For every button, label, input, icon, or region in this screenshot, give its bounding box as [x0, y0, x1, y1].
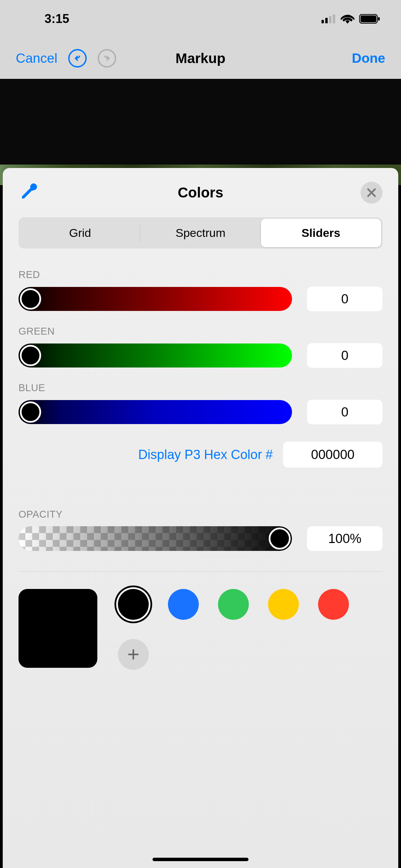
green-slider[interactable]	[19, 343, 292, 367]
home-indicator[interactable]	[153, 858, 248, 861]
blue-label: BLUE	[19, 382, 382, 394]
swatch-grid	[118, 589, 382, 670]
image-canvas[interactable]	[0, 79, 401, 165]
nav-bar: Cancel Markup Done	[0, 38, 401, 79]
red-slider-thumb[interactable]	[20, 288, 41, 310]
svg-rect-5	[361, 15, 376, 22]
close-icon	[367, 188, 376, 197]
red-slider-group: RED	[19, 269, 382, 311]
tab-sliders[interactable]: Sliders	[261, 219, 381, 247]
svg-rect-0	[321, 20, 324, 23]
panel-header: Colors	[19, 182, 382, 204]
tab-control: Grid Spectrum Sliders	[19, 217, 382, 249]
green-value-input[interactable]	[307, 343, 382, 368]
status-time: 3:15	[45, 12, 69, 26]
svg-rect-3	[333, 14, 335, 23]
page-title: Markup	[175, 50, 226, 67]
current-color-swatch	[19, 589, 97, 668]
wifi-icon	[341, 14, 354, 24]
green-label: GREEN	[19, 326, 382, 337]
hex-row: Display P3 Hex Color #	[19, 442, 382, 468]
eyedropper-icon	[19, 182, 38, 202]
swatch-area	[19, 589, 382, 670]
tab-grid[interactable]: Grid	[20, 219, 140, 247]
svg-rect-2	[329, 16, 331, 23]
swatch-preset-2[interactable]	[218, 589, 249, 620]
hex-value-input[interactable]	[283, 442, 382, 468]
cellular-icon	[321, 14, 336, 23]
plus-icon	[127, 648, 140, 661]
swatch-preset-1[interactable]	[168, 589, 199, 620]
green-slider-thumb[interactable]	[20, 345, 41, 366]
blue-slider[interactable]	[19, 400, 292, 424]
swatch-preset-0[interactable]	[118, 589, 149, 620]
red-value-input[interactable]	[307, 287, 382, 311]
opacity-gradient	[19, 526, 292, 551]
opacity-slider-group: OPACITY	[19, 509, 382, 551]
swatch-preset-4[interactable]	[318, 589, 349, 620]
green-slider-group: GREEN	[19, 326, 382, 368]
svg-rect-6	[378, 17, 380, 21]
battery-icon	[359, 14, 380, 24]
svg-rect-1	[325, 18, 328, 23]
swatch-preset-3[interactable]	[268, 589, 299, 620]
status-bar: 3:15	[0, 0, 401, 38]
close-button[interactable]	[361, 182, 382, 204]
status-icons	[321, 14, 380, 24]
nav-left: Cancel	[16, 49, 116, 68]
colors-panel: Colors Grid Spectrum Sliders RED GREEN	[3, 168, 398, 868]
add-swatch-button[interactable]	[118, 639, 149, 670]
tab-spectrum[interactable]: Spectrum	[140, 219, 260, 247]
opacity-value-input[interactable]	[307, 526, 382, 551]
done-button[interactable]: Done	[352, 51, 386, 66]
panel-title: Colors	[178, 184, 223, 201]
red-slider[interactable]	[19, 287, 292, 311]
blue-slider-thumb[interactable]	[20, 401, 41, 423]
red-label: RED	[19, 269, 382, 280]
eyedropper-button[interactable]	[19, 182, 38, 203]
opacity-slider-thumb[interactable]	[269, 528, 291, 550]
undo-button[interactable]	[68, 49, 87, 68]
opacity-label: OPACITY	[19, 509, 382, 520]
hex-label[interactable]: Display P3 Hex Color #	[138, 447, 273, 462]
blue-slider-group: BLUE	[19, 382, 382, 424]
opacity-slider[interactable]	[19, 526, 292, 551]
redo-button	[98, 49, 116, 68]
cancel-button[interactable]: Cancel	[16, 51, 57, 66]
blue-value-input[interactable]	[307, 400, 382, 424]
divider	[19, 571, 382, 572]
